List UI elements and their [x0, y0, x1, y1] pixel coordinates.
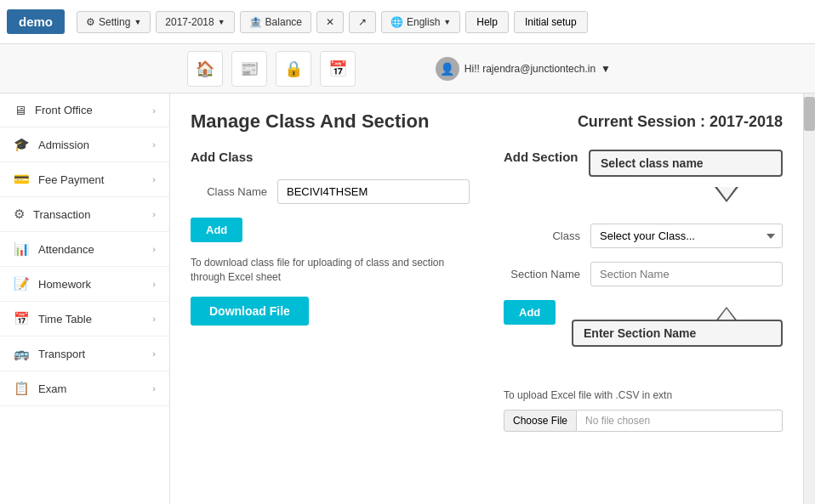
file-name-display: No file chosen: [577, 410, 783, 432]
sidebar-label: Transaction: [33, 208, 90, 221]
caret-icon: ▼: [218, 18, 225, 26]
chevron-right-icon: ›: [152, 383, 156, 394]
sidebar-item-homework[interactable]: 📝 Homework ›: [0, 267, 169, 302]
page-header: Manage Class And Section Current Session…: [191, 110, 783, 133]
news-icon-button[interactable]: 📰: [231, 51, 267, 87]
lock-icon-button[interactable]: 🔒: [276, 51, 311, 87]
page-title: Manage Class And Section: [191, 110, 429, 133]
chevron-right-icon: ›: [152, 209, 156, 219]
initial-setup-button[interactable]: Initial setup: [514, 11, 588, 33]
globe-icon: 🌐: [390, 16, 403, 28]
caret-icon: ▼: [443, 18, 451, 26]
main-layout: 🖥 Front Office › 🎓 Admission › 💳 Fee Pay…: [0, 93, 815, 504]
upload-description: To upload Excel file with .CSV in extn: [504, 389, 783, 401]
download-description: To download class file for uploading of …: [191, 256, 470, 285]
scrollbar-thumb[interactable]: [804, 97, 815, 131]
add-class-section: Add Class Class Name Add To download cla…: [191, 150, 470, 432]
sidebar-label: Homework: [38, 278, 91, 291]
two-column-layout: Add Class Class Name Add To download cla…: [191, 150, 783, 432]
sidebar-label: Fee Payment: [38, 173, 104, 186]
content-area: Manage Class And Section Current Session…: [170, 93, 803, 504]
sidebar-label: Exam: [38, 382, 66, 395]
timetable-icon: 📅: [14, 311, 30, 326]
select-class-tooltip: Select class name: [589, 150, 783, 177]
balance-icon: 🏦: [249, 16, 262, 28]
setting-button[interactable]: ⚙ Setting ▼: [77, 11, 151, 33]
caret-icon: ▼: [134, 18, 141, 26]
navbar: demo ⚙ Setting ▼ 2017-2018 ▼ 🏦 Balance ✕…: [0, 0, 815, 44]
sidebar: 🖥 Front Office › 🎓 Admission › 💳 Fee Pay…: [0, 93, 170, 504]
monitor-icon: 🖥: [14, 103, 26, 117]
chevron-right-icon: ›: [152, 174, 156, 184]
sidebar-item-exam[interactable]: 📋 Exam ›: [0, 371, 169, 406]
chevron-right-icon: ›: [152, 348, 156, 359]
sidebar-label: Time Table: [38, 313, 92, 326]
gear-icon: ⚙: [86, 16, 95, 28]
add-class-title: Add Class: [191, 150, 470, 164]
user-dropdown-icon: ▼: [601, 63, 611, 75]
pencil-icon: 📝: [14, 276, 30, 292]
chevron-right-icon: ›: [152, 279, 156, 289]
expand-button[interactable]: ↗: [349, 11, 376, 33]
home-icon-button[interactable]: 🏠: [187, 51, 223, 87]
expand-icon: ↗: [358, 16, 367, 28]
sidebar-item-fee-payment[interactable]: 💳 Fee Payment ›: [0, 162, 169, 197]
clipboard-icon: 📋: [14, 381, 30, 396]
balance-button[interactable]: 🏦 Balance: [240, 11, 311, 33]
add-section-section: Add Section Select class name Class Sele…: [504, 150, 783, 432]
add-section-button[interactable]: Add: [504, 300, 556, 325]
year-button[interactable]: 2017-2018 ▼: [156, 11, 234, 33]
chart-icon: 📊: [14, 241, 30, 257]
section-name-group: Section Name: [504, 262, 783, 286]
sidebar-item-transport[interactable]: 🚌 Transport ›: [0, 337, 169, 371]
file-input-group: Choose File No file chosen: [504, 410, 783, 432]
sidebar-item-timetable[interactable]: 📅 Time Table ›: [0, 302, 169, 337]
user-greeting: Hi!! rajendra@junctiontech.in: [464, 63, 596, 75]
sidebar-label: Attendance: [38, 243, 94, 256]
icon-bar: 🏠 📰 🔒 📅 👤 Hi!! rajendra@junctiontech.in …: [0, 44, 815, 93]
class-name-group: Class Name: [191, 179, 470, 204]
sidebar-label: Front Office: [35, 104, 93, 116]
calendar-icon-button[interactable]: 📅: [320, 51, 356, 87]
help-button[interactable]: Help: [465, 11, 509, 33]
sidebar-item-admission[interactable]: 🎓 Admission ›: [0, 127, 169, 162]
user-info: 👤 Hi!! rajendra@junctiontech.in ▼: [436, 57, 611, 81]
enter-section-tooltip: Enter Section Name: [572, 320, 783, 347]
close-button[interactable]: ✕: [316, 11, 344, 33]
class-group: Class Select your Class...: [504, 224, 783, 248]
scrollbar[interactable]: [803, 93, 815, 504]
brand-logo: demo: [7, 9, 65, 34]
section-name-label: Section Name: [504, 268, 580, 280]
close-icon: ✕: [326, 16, 334, 28]
class-name-input[interactable]: [277, 179, 470, 204]
avatar: 👤: [436, 57, 459, 81]
sidebar-item-transaction[interactable]: ⚙ Transaction ›: [0, 197, 169, 232]
class-name-label: Class Name: [191, 185, 267, 198]
add-class-button[interactable]: Add: [191, 218, 242, 242]
class-label: Class: [504, 229, 580, 242]
icon-bar-inner: 🏠 📰 🔒 📅: [187, 51, 356, 87]
card-icon: 💳: [14, 172, 30, 187]
current-session: Current Session : 2017-2018: [578, 113, 783, 131]
class-select[interactable]: Select your Class...: [590, 224, 783, 248]
sidebar-item-attendance[interactable]: 📊 Attendance ›: [0, 232, 169, 267]
chevron-right-icon: ›: [152, 244, 156, 254]
section-name-input[interactable]: [590, 262, 783, 286]
choose-file-button[interactable]: Choose File: [504, 410, 577, 432]
tooltip-arrow-down: [715, 187, 738, 202]
sidebar-item-front-office[interactable]: 🖥 Front Office ›: [0, 93, 169, 127]
english-button[interactable]: 🌐 English ▼: [381, 11, 460, 33]
download-file-button[interactable]: Download File: [191, 297, 309, 326]
sidebar-label: Transport: [38, 348, 85, 360]
sidebar-label: Admission: [38, 139, 89, 151]
chevron-right-icon: ›: [152, 139, 156, 150]
chevron-right-icon: ›: [152, 105, 156, 116]
settings-icon: ⚙: [14, 207, 25, 222]
bus-icon: 🚌: [14, 346, 30, 361]
graduation-icon: 🎓: [14, 137, 30, 152]
chevron-right-icon: ›: [152, 314, 156, 324]
